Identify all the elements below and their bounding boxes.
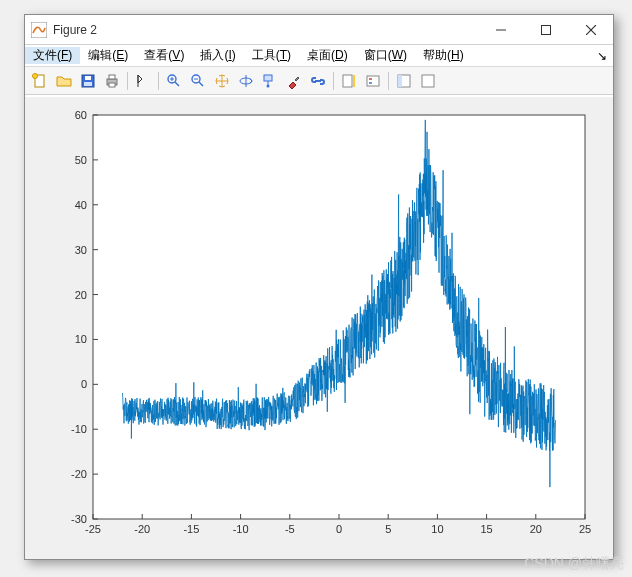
new-figure-button[interactable] xyxy=(29,70,51,92)
maximize-button[interactable] xyxy=(523,15,568,45)
show-plot-tools-button[interactable] xyxy=(417,70,439,92)
svg-text:30: 30 xyxy=(75,244,87,256)
svg-text:-15: -15 xyxy=(183,523,199,535)
data-cursor-button[interactable] xyxy=(259,70,281,92)
svg-line-15 xyxy=(175,82,179,86)
svg-rect-27 xyxy=(353,75,355,87)
watermark-text: CSDN @韩曙亮 xyxy=(524,555,624,573)
svg-text:-20: -20 xyxy=(71,468,87,480)
menu-help[interactable]: 帮助(H) xyxy=(415,47,472,64)
svg-rect-28 xyxy=(367,76,379,86)
toolbar-separator xyxy=(158,72,159,90)
title-bar: Figure 2 xyxy=(25,15,613,45)
brush-button[interactable] xyxy=(283,70,305,92)
svg-line-19 xyxy=(199,82,203,86)
insert-legend-button[interactable] xyxy=(362,70,384,92)
figure-canvas[interactable]: -25-20-15-10-50510152025-30-20-100102030… xyxy=(25,97,613,559)
svg-text:60: 60 xyxy=(75,109,87,121)
toolbar-separator xyxy=(333,72,334,90)
print-button[interactable] xyxy=(101,70,123,92)
svg-point-6 xyxy=(33,73,38,78)
close-button[interactable] xyxy=(568,15,613,45)
svg-text:10: 10 xyxy=(431,523,443,535)
svg-text:-5: -5 xyxy=(285,523,295,535)
menu-bar: 文件(F) 编辑(E) 查看(V) 插入(I) 工具(T) 桌面(D) 窗口(W… xyxy=(25,45,613,67)
svg-rect-9 xyxy=(84,82,92,86)
svg-point-24 xyxy=(267,84,270,87)
hide-plot-tools-button[interactable] xyxy=(393,70,415,92)
svg-text:-30: -30 xyxy=(71,513,87,525)
svg-text:25: 25 xyxy=(579,523,591,535)
zoom-in-button[interactable] xyxy=(163,70,185,92)
menu-overflow-icon[interactable]: ↘ xyxy=(591,49,613,63)
toolbar-separator xyxy=(388,72,389,90)
zoom-out-button[interactable] xyxy=(187,70,209,92)
link-button[interactable] xyxy=(307,70,329,92)
svg-rect-34 xyxy=(93,115,585,519)
svg-text:50: 50 xyxy=(75,154,87,166)
window-title: Figure 2 xyxy=(53,23,478,37)
svg-text:-20: -20 xyxy=(134,523,150,535)
menu-desktop[interactable]: 桌面(D) xyxy=(299,47,356,64)
svg-text:0: 0 xyxy=(336,523,342,535)
svg-text:20: 20 xyxy=(75,289,87,301)
toolbar-separator xyxy=(127,72,128,90)
menu-file[interactable]: 文件(F) xyxy=(25,47,80,64)
toolbar xyxy=(25,67,613,95)
svg-line-4 xyxy=(586,25,596,35)
matlab-figure-icon xyxy=(31,22,47,38)
pan-button[interactable] xyxy=(211,70,233,92)
svg-line-3 xyxy=(586,25,596,35)
edit-plot-button[interactable] xyxy=(132,70,154,92)
svg-text:40: 40 xyxy=(75,199,87,211)
open-button[interactable] xyxy=(53,70,75,92)
svg-text:5: 5 xyxy=(385,523,391,535)
svg-text:-25: -25 xyxy=(85,523,101,535)
svg-rect-26 xyxy=(343,75,352,87)
svg-rect-8 xyxy=(85,76,91,80)
insert-colorbar-button[interactable] xyxy=(338,70,360,92)
menu-window[interactable]: 窗口(W) xyxy=(356,47,415,64)
svg-rect-2 xyxy=(541,25,550,34)
minimize-button[interactable] xyxy=(478,15,523,45)
svg-rect-11 xyxy=(109,75,115,79)
menu-view[interactable]: 查看(V) xyxy=(136,47,192,64)
svg-text:20: 20 xyxy=(530,523,542,535)
svg-text:15: 15 xyxy=(480,523,492,535)
svg-rect-33 xyxy=(422,75,434,87)
line-plot: -25-20-15-10-50510152025-30-20-100102030… xyxy=(35,103,603,553)
svg-rect-12 xyxy=(109,83,115,87)
menu-edit[interactable]: 编辑(E) xyxy=(80,47,136,64)
svg-text:-10: -10 xyxy=(233,523,249,535)
svg-text:-10: -10 xyxy=(71,423,87,435)
svg-rect-25 xyxy=(315,80,321,82)
svg-text:10: 10 xyxy=(75,333,87,345)
svg-rect-32 xyxy=(398,75,402,87)
menu-insert[interactable]: 插入(I) xyxy=(192,47,243,64)
menu-tools[interactable]: 工具(T) xyxy=(244,47,299,64)
svg-text:0: 0 xyxy=(81,378,87,390)
rotate3d-button[interactable] xyxy=(235,70,257,92)
save-button[interactable] xyxy=(77,70,99,92)
svg-rect-22 xyxy=(264,75,272,81)
